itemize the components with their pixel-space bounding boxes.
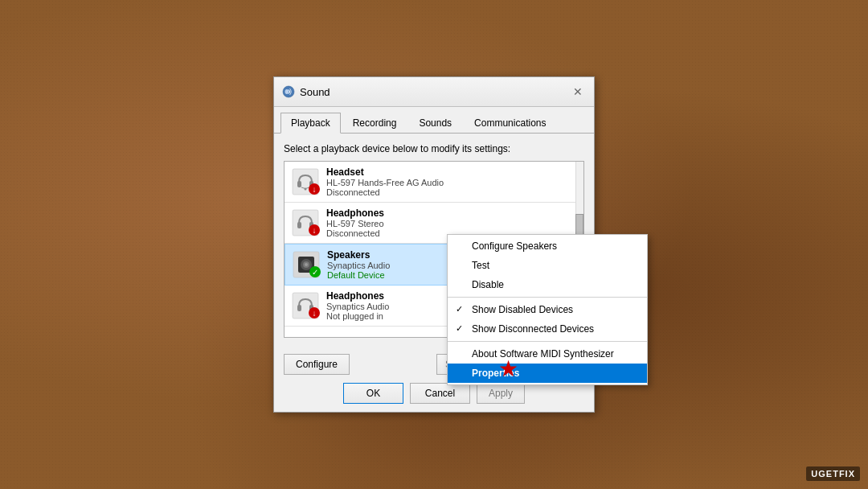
headset-status-badge: ↓	[309, 183, 320, 195]
context-menu: Configure Speakers Test Disable Show Dis…	[447, 234, 648, 385]
headphones2-status-badge: ↓	[309, 307, 320, 318]
menu-about-midi[interactable]: About Software MIDI Synthesizer	[448, 344, 647, 364]
device-item-headset[interactable]: ↓ Headset HL-597 Hands-Free AG Audio Dis…	[285, 162, 583, 203]
watermark: UGETFIX	[806, 466, 860, 481]
menu-configure-speakers[interactable]: Configure Speakers	[448, 236, 647, 256]
title-bar-left: Sound	[282, 85, 330, 98]
cancel-button[interactable]: Cancel	[410, 383, 470, 404]
sound-dialog: Sound ✕ Playback Recording Sounds Commun…	[273, 76, 595, 413]
svg-rect-15	[297, 305, 301, 311]
configure-button[interactable]: Configure	[284, 354, 350, 375]
headset-info: Headset HL-597 Hands-Free AG Audio Disco…	[326, 166, 577, 197]
tab-recording[interactable]: Recording	[342, 113, 407, 134]
menu-disable[interactable]: Disable	[448, 275, 647, 294]
svg-point-1	[285, 89, 289, 94]
instruction-text: Select a playback device below to modify…	[284, 143, 584, 154]
tab-communications[interactable]: Communications	[464, 113, 556, 134]
footer-left: Configure	[284, 354, 350, 375]
tab-sounds[interactable]: Sounds	[408, 113, 462, 134]
menu-show-disabled[interactable]: Show Disabled Devices	[448, 300, 647, 319]
headphones1-status-badge: ↓	[309, 224, 320, 236]
svg-rect-3	[297, 181, 301, 187]
tab-bar: Playback Recording Sounds Communications	[274, 107, 594, 134]
headphones1-icon: ↓	[291, 208, 320, 237]
ok-button[interactable]: OK	[343, 383, 403, 404]
menu-show-disconnected[interactable]: Show Disconnected Devices	[448, 319, 647, 339]
speakers-icon: ✓	[292, 250, 321, 279]
tab-playback[interactable]: Playback	[280, 113, 341, 134]
close-button[interactable]: ✕	[570, 84, 586, 100]
headphones2-icon: ↓	[291, 291, 320, 320]
menu-properties[interactable]: Properties	[448, 364, 647, 383]
headset-icon: ↓	[291, 167, 320, 196]
title-bar: Sound ✕	[274, 77, 594, 107]
menu-test[interactable]: Test	[448, 256, 647, 275]
svg-point-13	[305, 263, 308, 266]
apply-button[interactable]: Apply	[477, 383, 525, 404]
dialog-title: Sound	[300, 86, 330, 98]
ok-cancel-row: OK Cancel Apply	[274, 383, 594, 412]
menu-separator-2	[448, 341, 647, 342]
speakers-status-badge: ✓	[309, 266, 321, 277]
red-star-annotation: ★	[498, 355, 518, 382]
svg-rect-7	[297, 222, 301, 228]
menu-separator-1	[448, 297, 647, 298]
sound-title-icon	[282, 85, 295, 98]
